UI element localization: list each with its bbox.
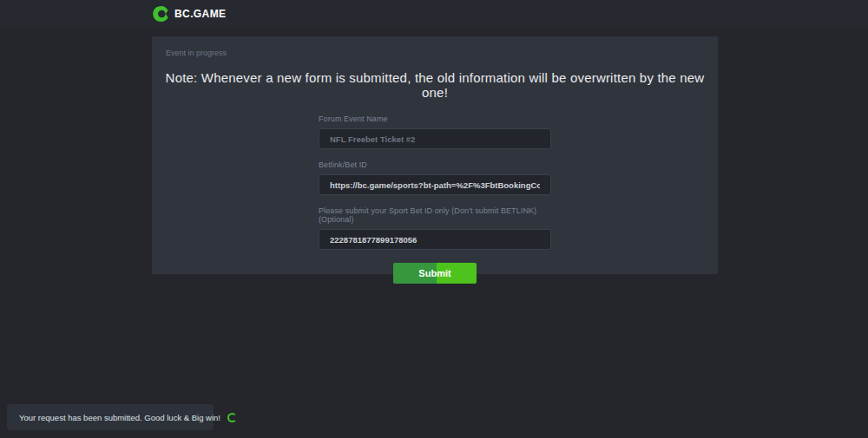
field-group-forum-event-name: Forum Event Name bbox=[319, 114, 551, 149]
betlink-label: Betlink/Bet ID bbox=[319, 160, 551, 169]
event-status-label: Event in progress bbox=[152, 36, 718, 57]
brand-logo[interactable]: BC.GAME bbox=[152, 5, 226, 23]
brand-name: BC.GAME bbox=[174, 8, 226, 20]
submit-button[interactable]: Submit bbox=[393, 263, 477, 284]
overwrite-note: Note: Whenever a new form is submitted, … bbox=[152, 70, 718, 100]
top-header: BC.GAME bbox=[0, 0, 868, 28]
event-form: Forum Event Name Betlink/Bet ID Please s… bbox=[319, 114, 551, 284]
forum-event-name-label: Forum Event Name bbox=[319, 114, 551, 123]
sport-bet-id-input[interactable] bbox=[319, 229, 551, 250]
spinner-icon bbox=[227, 413, 237, 422]
event-form-card: Event in progress Note: Whenever a new f… bbox=[152, 36, 718, 274]
betlink-input[interactable] bbox=[319, 174, 551, 195]
toast-message: Your request has been submitted. Good lu… bbox=[19, 413, 220, 422]
field-group-betlink: Betlink/Bet ID bbox=[319, 160, 551, 195]
field-group-sport-bet-id: Please submit your Sport Bet ID only (Do… bbox=[319, 206, 551, 250]
success-toast: Your request has been submitted. Good lu… bbox=[7, 404, 214, 430]
forum-event-name-input[interactable] bbox=[319, 128, 551, 149]
bcgame-logo-icon bbox=[152, 5, 169, 23]
sport-bet-id-label: Please submit your Sport Bet ID only (Do… bbox=[319, 206, 551, 224]
